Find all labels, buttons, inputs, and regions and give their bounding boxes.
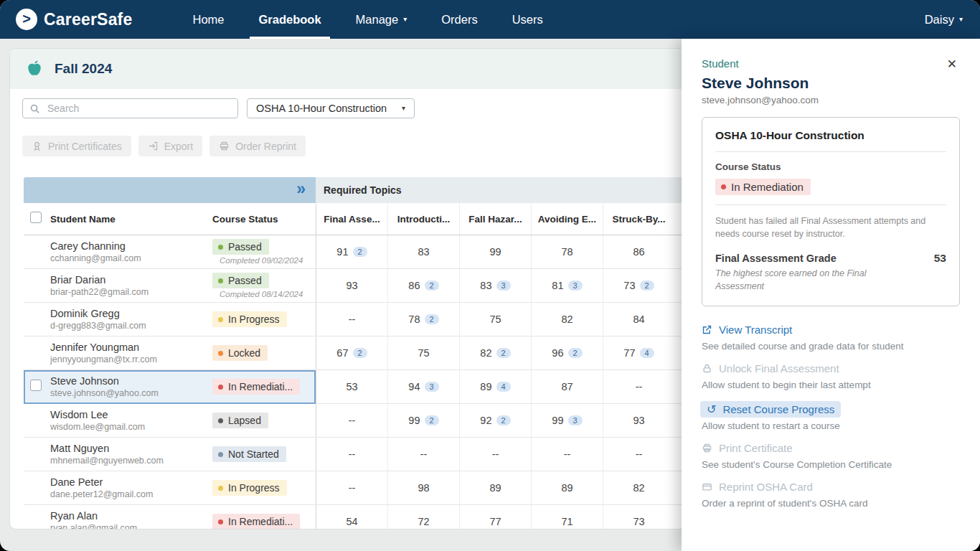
course-status-cell: Lapsed [208, 413, 316, 428]
column-header-final-assessment[interactable]: Final Asse... [316, 203, 387, 235]
course-status-cell: PassedCompleted 09/02/2024 [208, 239, 316, 265]
brand-logo[interactable]: > CareerSafe [16, 9, 132, 30]
reset-course-progress-button[interactable]: ↺Reset Course Progress [700, 401, 841, 418]
action-description: Order a reprint of student's OSHA card [702, 498, 960, 509]
score-value: 96 [552, 347, 563, 359]
score-value: 75 [489, 314, 501, 325]
attempts-chip: 3 [496, 281, 511, 291]
action-label: Reset Course Progress [722, 403, 834, 415]
nav-item-orders[interactable]: Orders [424, 0, 494, 39]
status-dot-icon [218, 278, 223, 283]
print-certificate-button[interactable]: Print Certificate [702, 442, 793, 454]
score-value: 72 [418, 516, 429, 527]
student-name: Matt Nguyen [50, 443, 208, 454]
status-badge: Passed [212, 273, 269, 288]
attempts-chip: 2 [353, 348, 367, 358]
attempts-chip: 2 [425, 314, 439, 324]
score-cell: 822 [459, 336, 531, 369]
card-icon [702, 481, 712, 492]
student-name-heading: Steve Johnson [702, 75, 960, 92]
score-value: 77 [489, 516, 501, 527]
toolbar-button-label: Export [164, 141, 193, 152]
column-header-introduction[interactable]: Introducti... [387, 203, 459, 235]
status-label: In Progress [228, 314, 280, 325]
row-checkbox[interactable] [30, 380, 42, 391]
certificate-icon [32, 141, 42, 151]
student-name-cell: Dane Peterdane.peter12@gmail.com [46, 476, 208, 499]
student-name: Wisdom Lee [50, 409, 208, 420]
status-completed-date: Completed 09/02/2024 [220, 256, 316, 265]
column-header-fall-hazards[interactable]: Fall Hazar... [459, 203, 531, 235]
score-cell: 54 [316, 505, 387, 529]
caret-down-icon: ▾ [959, 16, 963, 23]
score-cell: 833 [459, 269, 531, 302]
column-header-course-status[interactable]: Course Status [208, 214, 316, 225]
unlock-final-assessment-button[interactable]: Unlock Final Assessment [702, 362, 839, 375]
nav-label: Home [192, 13, 224, 27]
score-value: 71 [561, 516, 573, 527]
score-value: -- [492, 448, 499, 460]
printer-icon [219, 141, 230, 151]
score-cell: 93 [603, 404, 674, 437]
top-navbar: > CareerSafe HomeGradebookManage▾OrdersU… [0, 0, 980, 39]
score-cell: 84 [603, 303, 674, 336]
score-value: 82 [480, 347, 491, 359]
status-label: In Remediation [731, 181, 804, 193]
toolbar-print-certificates-button[interactable]: Print Certificates [22, 136, 131, 156]
select-all-checkbox[interactable] [30, 212, 42, 223]
student-name: Dominik Gregg [50, 308, 208, 319]
view-transcript-button[interactable]: View Transcript [702, 324, 792, 336]
column-header-student-name[interactable]: Student Name [46, 214, 208, 225]
action-unlock-final-assessment: Unlock Final AssessmentAllow student to … [702, 362, 960, 390]
status-badge: Lapsed [212, 413, 268, 428]
brand-name: CareerSafe [44, 10, 132, 29]
search-input[interactable] [46, 99, 232, 118]
reprint-osha-card-button[interactable]: Reprint OSHA Card [702, 481, 813, 493]
column-header-avoiding[interactable]: Avoiding E... [531, 203, 603, 235]
nav-label: Manage [356, 13, 399, 27]
attempts-chip: 2 [425, 415, 439, 425]
action-label: View Transcript [719, 324, 792, 336]
nav-item-gradebook[interactable]: Gradebook [241, 0, 338, 39]
student-email: briar-path22@gmail.com [50, 287, 208, 297]
student-name-cell: Matt Nguyenmhnemail@nguyenweb.com [46, 443, 208, 466]
status-dot-icon [218, 486, 223, 491]
score-cell: 75 [459, 303, 531, 336]
toolbar-export-button[interactable]: Export [138, 136, 202, 156]
status-dot-icon [218, 385, 223, 390]
expand-columns-icon[interactable]: » [296, 181, 306, 197]
score-cell: 813 [531, 269, 603, 302]
status-label: Passed [228, 275, 262, 286]
score-cell: 78 [531, 235, 603, 268]
attempts-chip: 2 [496, 415, 511, 425]
course-filter-select[interactable]: OSHA 10-Hour Construction ▾ [247, 98, 415, 118]
attempts-chip: 2 [353, 247, 367, 257]
score-cell: 73 [603, 505, 674, 529]
student-email: steve.johnson@yahoo.com [50, 388, 208, 398]
reset-icon: ↺ [707, 404, 716, 415]
student-email: cchanning@gmail.com [50, 253, 208, 263]
score-value: 73 [623, 280, 635, 291]
remediation-note: Student has failed all Final Assessment … [715, 215, 946, 240]
student-name-cell: Dominik Greggd-gregg883@gmail.com [46, 308, 208, 331]
nav-item-manage[interactable]: Manage▾ [339, 0, 425, 39]
action-view-transcript: View TranscriptSee detailed course and g… [702, 324, 960, 352]
column-header-struck-by[interactable]: Struck-By... [603, 203, 674, 235]
score-value: 89 [561, 482, 573, 494]
nav-item-users[interactable]: Users [495, 0, 560, 39]
score-value: 67 [336, 347, 348, 359]
status-dot-icon [218, 351, 223, 356]
score-cell: -- [316, 303, 387, 336]
score-value: 81 [552, 280, 563, 291]
toolbar-order-reprint-button[interactable]: Order Reprint [209, 136, 306, 156]
score-cell: 77 [459, 505, 531, 529]
student-email: ryan.alan@gmail.com [50, 523, 208, 529]
score-cell: 98 [387, 471, 459, 504]
attempts-chip: 3 [568, 415, 583, 425]
close-icon[interactable]: ✕ [943, 56, 961, 72]
nav-item-home[interactable]: Home [175, 0, 241, 39]
user-menu[interactable]: Daisy ▾ [925, 13, 963, 27]
score-value: 54 [346, 516, 357, 527]
score-cell: 862 [387, 269, 459, 302]
course-summary-card: OSHA 10-Hour Construction Course Status … [702, 117, 960, 306]
